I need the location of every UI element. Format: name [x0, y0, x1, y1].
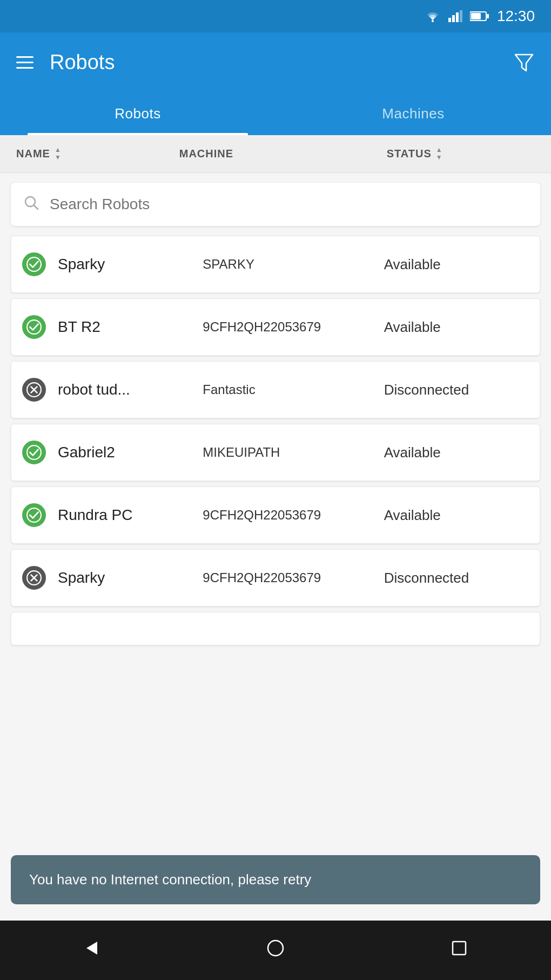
app-title: Robots	[50, 51, 115, 74]
app-bar: Robots	[0, 32, 551, 92]
snackbar: You have no Internet connection, please …	[11, 855, 540, 904]
table-row[interactable]: Rundra PC 9CFH2QH22053679 Available	[11, 486, 540, 544]
svg-point-11	[27, 257, 41, 271]
svg-point-12	[27, 320, 41, 334]
search-icon	[24, 195, 39, 214]
tab-robots[interactable]: Robots	[0, 92, 276, 135]
status-time: 12:30	[497, 8, 535, 25]
svg-marker-8	[515, 55, 533, 71]
robot-machine: Fantastic	[203, 382, 384, 397]
status-disconnected-icon	[22, 566, 46, 590]
svg-point-16	[27, 445, 41, 459]
table-row[interactable]: Gabriel2 MIKEUIPATH Available	[11, 424, 540, 481]
nav-recent-button[interactable]	[448, 937, 470, 963]
robot-machine: MIKEUIPATH	[203, 445, 384, 460]
name-sort-icon: ▲ ▼	[55, 146, 62, 161]
robot-name: Gabriel2	[58, 444, 203, 461]
col-status-header[interactable]: STATUS ▲ ▼	[387, 146, 535, 161]
robot-name: Rundra PC	[58, 506, 203, 524]
svg-point-17	[27, 508, 41, 522]
robot-machine: 9CFH2QH22053679	[203, 319, 384, 335]
search-container	[11, 183, 540, 226]
robot-machine: 9CFH2QH22053679	[203, 508, 384, 523]
svg-point-22	[268, 941, 283, 956]
tab-machines[interactable]: Machines	[276, 92, 551, 135]
column-headers: NAME ▲ ▼ MACHINE STATUS ▲ ▼	[0, 135, 551, 173]
nav-back-button[interactable]	[81, 937, 103, 963]
robot-name: Sparky	[58, 256, 203, 273]
robot-machine: SPARKY	[203, 257, 384, 272]
tabs: Robots Machines	[0, 92, 551, 135]
status-icons: 12:30	[425, 8, 535, 25]
signal-icon	[448, 10, 462, 22]
col-machine-header: MACHINE	[179, 148, 387, 160]
search-input[interactable]	[50, 196, 527, 213]
hamburger-menu-button[interactable]	[16, 56, 33, 69]
svg-rect-6	[471, 13, 481, 19]
svg-rect-2	[452, 15, 455, 22]
table-row[interactable]: robot tud... Fantastic Disconnected	[11, 361, 540, 418]
robot-name: BT R2	[58, 318, 203, 336]
svg-line-10	[34, 205, 38, 209]
robot-status: Disconnected	[384, 570, 529, 586]
status-available-icon	[22, 503, 46, 527]
wifi-icon	[425, 10, 441, 22]
robot-status: Available	[384, 319, 529, 336]
svg-marker-21	[86, 942, 97, 955]
svg-rect-23	[453, 942, 466, 955]
status-available-icon	[22, 252, 46, 276]
robot-status: Available	[384, 507, 529, 524]
app-bar-left: Robots	[16, 51, 115, 74]
status-available-icon	[22, 441, 46, 464]
svg-rect-4	[460, 10, 462, 22]
svg-rect-3	[456, 12, 459, 22]
svg-point-0	[432, 20, 434, 22]
status-sort-icon: ▲ ▼	[436, 146, 443, 161]
table-row[interactable]: Sparky SPARKY Available	[11, 236, 540, 293]
svg-rect-1	[448, 18, 451, 22]
robot-status: Available	[384, 444, 529, 461]
robot-status: Available	[384, 256, 529, 273]
col-name-header[interactable]: NAME ▲ ▼	[16, 146, 179, 161]
table-row-partial	[11, 612, 540, 645]
robot-status: Disconnected	[384, 382, 529, 398]
battery-icon	[470, 11, 489, 22]
nav-home-button[interactable]	[265, 937, 286, 963]
svg-rect-7	[487, 14, 489, 18]
robot-name: Sparky	[58, 569, 203, 586]
status-available-icon	[22, 315, 46, 339]
robot-name: robot tud...	[58, 381, 203, 398]
filter-icon[interactable]	[513, 51, 535, 73]
status-bar: 12:30	[0, 0, 551, 32]
nav-bar	[0, 921, 551, 980]
status-disconnected-icon	[22, 378, 46, 402]
table-row[interactable]: Sparky 9CFH2QH22053679 Disconnected	[11, 549, 540, 606]
table-row[interactable]: BT R2 9CFH2QH22053679 Available	[11, 298, 540, 356]
robot-list: Sparky SPARKY Available BT R2 9CFH2QH220…	[0, 236, 551, 645]
robot-machine: 9CFH2QH22053679	[203, 570, 384, 585]
